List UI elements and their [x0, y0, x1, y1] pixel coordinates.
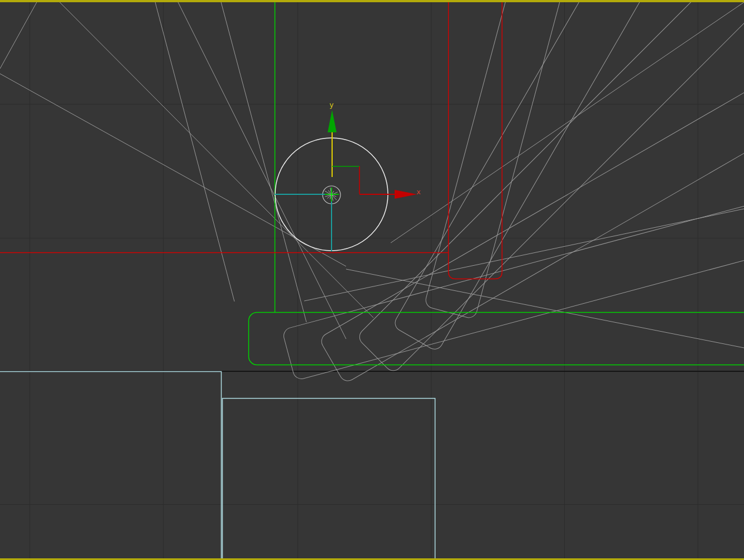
- rotated-line-copy[interactable]: [0, 0, 38, 69]
- x-axis-arrowhead[interactable]: [395, 190, 417, 199]
- rotated-line-copy[interactable]: [220, 0, 306, 322]
- rotated-wireframe-copies[interactable]: [0, 0, 744, 384]
- rotated-pill-copy[interactable]: [424, 0, 728, 319]
- rotated-line-copy[interactable]: [177, 0, 346, 339]
- rotated-line-copy[interactable]: [155, 0, 234, 301]
- cyan-rect-right[interactable]: [223, 399, 435, 560]
- red-spline-object[interactable]: [0, 0, 502, 279]
- y-axis-label: y: [329, 101, 334, 108]
- rotated-line-copy[interactable]: [391, 2, 744, 243]
- rotated-line-copy[interactable]: [346, 269, 744, 348]
- gizmo-xy-plane-handle[interactable]: [332, 166, 359, 194]
- rotated-line-copy[interactable]: [0, 74, 346, 266]
- green-rounded-bar[interactable]: [249, 313, 744, 365]
- cyan-spline-object[interactable]: [0, 372, 435, 560]
- green-spline-object[interactable]: [249, 0, 744, 365]
- grid-lines: [0, 0, 744, 560]
- rotated-pill-copy[interactable]: [282, 76, 744, 381]
- gizmo-y-axis-arrow[interactable]: [328, 110, 337, 177]
- cyan-rect-left[interactable]: [0, 372, 222, 560]
- x-axis-label: x: [416, 188, 421, 195]
- y-axis-arrowhead[interactable]: [328, 110, 337, 132]
- rotated-line-copy[interactable]: [304, 209, 744, 301]
- viewport-3d-canvas[interactable]: y x: [0, 0, 744, 560]
- active-viewport-border-top: [0, 0, 744, 2]
- rotated-pill-copy[interactable]: [319, 0, 744, 384]
- scene-svg: [0, 0, 744, 560]
- rotated-line-copy[interactable]: [57, 0, 373, 318]
- rotated-pill-copy[interactable]: [392, 0, 744, 352]
